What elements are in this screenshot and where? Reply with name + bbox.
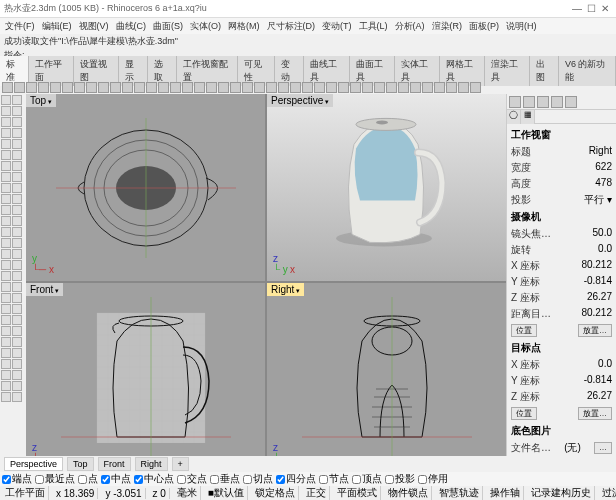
tool-icon[interactable] [1,161,11,171]
status-toggle[interactable]: 平面模式 [334,486,381,500]
toolbar-icon[interactable] [98,82,109,93]
material-icon[interactable] [523,96,535,108]
status-toggle[interactable]: 物件锁点 [385,486,432,500]
viewport-top[interactable]: Top▾ y└─ x [26,94,265,281]
toolbar-icon[interactable] [2,82,13,93]
tool-icon[interactable] [1,293,11,303]
toolbar-icon[interactable] [278,82,289,93]
osnap-checkbox[interactable] [101,475,110,484]
menu-item[interactable]: 尺寸标注(D) [264,20,319,33]
add-viewport-button[interactable]: + [172,457,189,471]
tool-icon[interactable] [1,117,11,127]
position-button-2[interactable]: 位置 [511,407,537,420]
menu-item[interactable]: 工具(L) [356,20,391,33]
toolbar-icon[interactable] [362,82,373,93]
tool-icon[interactable] [12,271,22,281]
tool-icon[interactable] [12,359,22,369]
toolbar-icon[interactable] [266,82,277,93]
tool-icon[interactable] [1,348,11,358]
viewport-tab[interactable]: Right [135,457,168,471]
toolbar-icon[interactable] [134,82,145,93]
osnap-item[interactable]: 点 [78,472,98,486]
toolbar-icon[interactable] [182,82,193,93]
tool-icon[interactable] [12,381,22,391]
osnap-item[interactable]: 顶点 [352,472,382,486]
tool-icon[interactable] [12,293,22,303]
osnap-checkbox[interactable] [243,475,252,484]
toolbar-icon[interactable] [398,82,409,93]
minimize-icon[interactable]: — [570,3,584,15]
status-toggle[interactable]: 过滤器 [599,486,616,500]
tool-icon[interactable] [1,172,11,182]
place-button-2[interactable]: 放置… [578,407,612,420]
toolbar-icon[interactable] [470,82,481,93]
tool-icon[interactable] [12,183,22,193]
osnap-item[interactable]: 最近点 [35,472,75,486]
osnap-checkbox[interactable] [210,475,219,484]
tool-icon[interactable] [12,128,22,138]
menu-item[interactable]: 分析(A) [392,20,428,33]
viewport-tab[interactable]: Top [67,457,94,471]
menu-item[interactable]: 变动(T) [319,20,355,33]
tool-icon[interactable] [1,227,11,237]
prop-value[interactable]: 478 [595,177,612,191]
toolbar-tab[interactable]: V6 的新功能 [559,56,616,86]
chevron-down-icon[interactable]: ▾ [55,287,59,294]
tool-icon[interactable] [1,315,11,325]
toolbar-icon[interactable] [254,82,265,93]
render-icon[interactable] [509,96,521,108]
menu-item[interactable]: 文件(F) [2,20,38,33]
place-button[interactable]: 放置… [578,324,612,337]
toolbar-icon[interactable] [170,82,181,93]
viewport-label-top[interactable]: Top▾ [26,94,56,107]
tool-icon[interactable] [1,238,11,248]
viewport-label-front[interactable]: Front▾ [26,283,63,296]
toolbar-icon[interactable] [158,82,169,93]
osnap-checkbox[interactable] [418,475,427,484]
osnap-checkbox[interactable] [319,475,328,484]
menu-item[interactable]: 网格(M) [225,20,263,33]
prop-value[interactable]: 0.0 [598,243,612,257]
tool-icon[interactable] [1,205,11,215]
close-icon[interactable]: ✕ [598,3,612,15]
tool-icon[interactable] [12,337,22,347]
position-button[interactable]: 位置 [511,324,537,337]
tool-icon[interactable] [12,282,22,292]
toolbar-tab[interactable]: 出图 [530,56,559,86]
tool-icon[interactable] [12,205,22,215]
toolbar-icon[interactable] [434,82,445,93]
prop-value[interactable]: 26.27 [587,291,612,305]
tab-camera-icon[interactable]: ◯ [507,110,521,124]
display-icon[interactable] [551,96,563,108]
status-toggle[interactable]: 操作轴 [487,486,524,500]
tool-icon[interactable] [12,216,22,226]
toolbar-icon[interactable] [206,82,217,93]
tool-icon[interactable] [12,238,22,248]
status-toggle[interactable]: 智慧轨迹 [436,486,483,500]
prop-value[interactable]: Right [589,145,612,159]
prop-value[interactable]: 80.212 [581,307,612,321]
menu-item[interactable]: 渲染(R) [429,20,466,33]
tool-icon[interactable] [1,194,11,204]
tool-icon[interactable] [1,381,11,391]
status-toggle[interactable]: 锁定格点 [252,486,299,500]
toolbar-icon[interactable] [74,82,85,93]
osnap-checkbox[interactable] [2,475,11,484]
osnap-checkbox[interactable] [177,475,186,484]
tool-icon[interactable] [1,304,11,314]
toolbar-icon[interactable] [26,82,37,93]
tool-icon[interactable] [1,359,11,369]
help-icon[interactable] [565,96,577,108]
tool-icon[interactable] [1,370,11,380]
tool-icon[interactable] [12,227,22,237]
toolbar-icon[interactable] [290,82,301,93]
osnap-item[interactable]: 中心点 [134,472,174,486]
menu-item[interactable]: 编辑(E) [39,20,75,33]
toolbar-icon[interactable] [410,82,421,93]
prop-value[interactable]: -0.814 [584,275,612,289]
toolbar-tab[interactable]: 渲染工具 [485,56,530,86]
viewport-front[interactable]: Front▾ z└─ x [26,283,265,470]
toolbar-icon[interactable] [86,82,97,93]
tool-icon[interactable] [1,282,11,292]
osnap-checkbox[interactable] [35,475,44,484]
